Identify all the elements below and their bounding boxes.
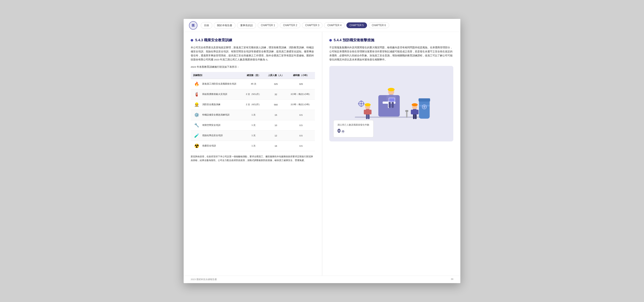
- svg-rect-17: [366, 109, 370, 115]
- table-cell-attendees: 10: [265, 120, 287, 130]
- table-row: 🔧 有限空間安全培訓 1 次100.5: [191, 120, 315, 130]
- svg-rect-31: [412, 104, 417, 105]
- table-cell-sessions: 45 次: [243, 79, 264, 89]
- left-body-text: 本公司完全依勞基法及當地規定辦理，新進員工皆有完整的新人訓練，環安衛教育訓練、消…: [191, 46, 315, 62]
- table-header-sessions: 總堂數（堂）: [243, 72, 264, 79]
- nav-btn-catalog[interactable]: 目錄: [201, 22, 212, 29]
- svg-rect-21: [368, 114, 370, 119]
- table-cell-hours: 0.5: [287, 130, 315, 141]
- table-cell-sessions: 1 次: [243, 110, 264, 120]
- table-cell-hours: 0.5: [287, 110, 315, 120]
- svg-rect-25: [413, 109, 417, 115]
- footer-left: 2023 匯韜科技永續報告書: [191, 278, 217, 281]
- illustration-box: 因公死亡人數及職業病發生件數 0 件: [329, 66, 454, 141]
- svg-rect-15: [389, 98, 395, 101]
- section-dot: [191, 39, 193, 42]
- svg-rect-45: [405, 110, 408, 112]
- table-cell-hours: 0.5: [287, 120, 315, 130]
- table-cell-attendees: 325: [265, 79, 287, 89]
- table-cell-name: 🧪 危險化學品安全培訓: [191, 130, 243, 141]
- table-cell-sessions: 1 次: [243, 141, 264, 151]
- svg-rect-11: [392, 101, 394, 108]
- nav-btn-ch4[interactable]: CHAPTER 4: [324, 22, 345, 28]
- right-page: 5.4.4 預防職安衛衝擊措施 不定期蒐集集團內外及同業間發生的重大職安問題，檢…: [322, 32, 461, 276]
- table-row: 🧯 班組長撲救初級火災培訓 2 次（5/11月）322小時（每次1小時）: [191, 89, 315, 99]
- nav-bar: 匯 目錄 關於本報告書 董事長的話 CHAPTER 1 CHAPTER 2 CH…: [184, 19, 460, 32]
- table-cell-attendees: 32: [265, 89, 287, 99]
- table-cell-attendees: 560: [265, 99, 287, 110]
- right-body-text: 不定期蒐集集團內外及同業間發生的重大職安問題，檢視廠內是否有相同問題抑或是風險。…: [329, 46, 454, 62]
- row-training-name: 危險化學品安全培訓: [202, 134, 223, 137]
- svg-point-39: [360, 102, 363, 105]
- book-container: 匯 目錄 關於本報告書 董事長的話 CHAPTER 1 CHAPTER 2 CH…: [184, 19, 460, 283]
- svg-rect-40: [361, 100, 362, 102]
- svg-rect-42: [358, 103, 360, 104]
- row-icon: 🧪: [193, 132, 200, 139]
- table-header-attendees: 上課人數（人）: [265, 72, 287, 79]
- svg-rect-8: [387, 95, 389, 101]
- nav-btn-ch3[interactable]: CHAPTER 3: [302, 22, 323, 28]
- table-cell-attendees: 16: [265, 141, 287, 151]
- table-cell-name: 🔧 有限空間安全培訓: [191, 120, 243, 130]
- svg-rect-20: [366, 114, 368, 119]
- svg-rect-18: [364, 109, 366, 114]
- table-cell-name: 🔥 新進員工消防安全及職業衛生培訓: [191, 79, 243, 89]
- stat-unit: 件: [342, 130, 345, 133]
- table-header-hours: 總時數（小時）: [287, 72, 315, 79]
- nav-btn-report[interactable]: 關於本報告書: [214, 22, 235, 29]
- svg-rect-10: [389, 101, 391, 108]
- row-training-name: 新進員工消防安全及職業衛生培訓: [202, 82, 236, 86]
- table-cell-name: 👷 消防安全應急演練: [191, 99, 243, 110]
- svg-rect-43: [363, 103, 365, 104]
- table-cell-name: 🧯 班組長撲救初級火災培訓: [191, 89, 243, 99]
- table-cell-hours: 0.5: [287, 141, 315, 151]
- nav-btn-ch2[interactable]: CHAPTER 2: [280, 22, 300, 28]
- footer-right: 39: [451, 278, 453, 281]
- row-training-name: 危廢安全培訓: [202, 144, 216, 147]
- stat-label: 因公死亡人數及職業病發生件數: [338, 123, 369, 127]
- table-header-category: 訓練類別: [191, 72, 243, 79]
- row-training-name: 消防安全應急演練: [202, 103, 220, 106]
- table-intro-text: 2023 年各類教育訓練施行狀況如下表所示：: [191, 65, 315, 69]
- nav-btn-ch6[interactable]: CHAPTER 6: [369, 22, 389, 28]
- row-icon: 👷: [193, 101, 200, 108]
- row-icon: ☢️: [193, 142, 200, 149]
- row-training-name: 特種設備安全應急演練培訓: [202, 113, 229, 117]
- right-section-title: 5.4.4 預防職安衛衝擊措施: [334, 38, 374, 43]
- page-footer: 2023 匯韜科技永續報告書 39: [184, 276, 460, 283]
- stat-value-row: 0 件: [338, 128, 369, 134]
- table-row: 🔥 新進員工消防安全及職業衛生培訓 45 次325325: [191, 79, 315, 89]
- svg-rect-23: [365, 104, 370, 105]
- table-cell-sessions: 2 次（6/12月）: [243, 99, 264, 110]
- table-cell-hours: 2小時（每次1小時）: [287, 89, 315, 99]
- table-cell-attendees: 12: [265, 130, 287, 141]
- nav-btn-chairman[interactable]: 董事長的話: [237, 22, 256, 29]
- svg-rect-29: [415, 114, 417, 119]
- row-icon: ⚙️: [193, 111, 200, 119]
- row-training-name: 班組長撲救初級火災培訓: [202, 93, 227, 96]
- svg-rect-44: [406, 111, 408, 118]
- row-icon: 🔧: [193, 122, 200, 129]
- svg-rect-26: [411, 109, 413, 114]
- row-training-name: 有限空間安全培訓: [202, 124, 220, 127]
- left-section-title: 5.4.3 職業安全教育訓練: [195, 38, 232, 43]
- row-icon: 🧯: [193, 91, 200, 98]
- svg-rect-28: [413, 114, 415, 119]
- table-cell-sessions: 1 次: [243, 120, 264, 130]
- extra-text: 新冠肺炎疫情，在政府安排下本公司設置一個核酸檢測點，要求全體員工、廠區服務性外包…: [191, 155, 315, 163]
- nav-btn-ch5[interactable]: CHAPTER 5: [346, 22, 367, 28]
- table-cell-name: ⚙️ 特種設備安全應急演練培訓: [191, 110, 243, 120]
- svg-rect-2: [355, 117, 428, 118]
- table-cell-hours: 325: [287, 79, 315, 89]
- svg-text:匯: 匯: [192, 24, 195, 27]
- left-section-header: 5.4.3 職業安全教育訓練: [191, 38, 315, 43]
- table-cell-attendees: 15: [265, 110, 287, 120]
- table-row: 🧪 危險化學品安全培訓 1 次120.5: [191, 130, 315, 141]
- table-row: ☢️ 危廢安全培訓 1 次160.5: [191, 141, 315, 151]
- left-page: 5.4.3 職業安全教育訓練 本公司完全依勞基法及當地規定辦理，新進員工皆有完整…: [184, 32, 322, 276]
- svg-rect-27: [417, 109, 419, 114]
- table-row: 👷 消防安全應急演練 2 次（6/12月）5602小時（每次1小時）: [191, 99, 315, 110]
- row-icon: 🔥: [193, 81, 200, 88]
- nav-btn-ch1[interactable]: CHAPTER 1: [258, 22, 278, 28]
- svg-rect-33: [419, 98, 430, 101]
